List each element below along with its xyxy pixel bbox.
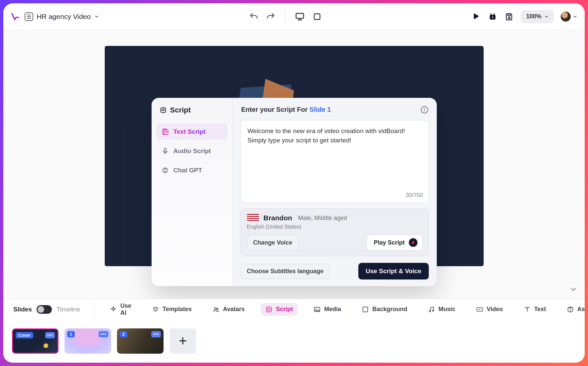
slide-badge: Cover: [16, 332, 33, 338]
svg-rect-5: [508, 14, 511, 15]
tool-script[interactable]: Script: [261, 303, 297, 316]
script-tool-icon: [265, 306, 273, 313]
menu-text-script[interactable]: Text Script: [156, 124, 228, 140]
export-video-button[interactable]: [488, 12, 498, 22]
svg-point-16: [316, 308, 317, 309]
tool-avatars[interactable]: Avatars: [208, 303, 249, 316]
info-icon[interactable]: !: [421, 106, 428, 113]
choose-subtitles-button[interactable]: Choose Subtitles language: [241, 264, 330, 279]
menu-chat-gpt[interactable]: Chat GPT: [156, 162, 228, 178]
canvas-area: Script Text Script Audio Script: [3, 30, 585, 299]
tool-music[interactable]: Music: [423, 303, 460, 316]
change-voice-button[interactable]: Change Voice: [247, 235, 299, 250]
topbar-left: HR agency Video: [11, 12, 99, 21]
voice-actions: Change Voice Play Script: [247, 235, 422, 251]
chevron-down-icon: [94, 14, 99, 19]
slides-timeline-toggle: Slides Timeline: [13, 299, 94, 319]
collapse-panel-button[interactable]: [569, 285, 577, 293]
use-script-voice-button[interactable]: Use Script & Voice: [358, 263, 429, 279]
add-slide-button[interactable]: +: [170, 328, 196, 354]
background-icon: [362, 306, 369, 313]
thumb-art: [44, 343, 48, 348]
svg-point-12: [214, 307, 216, 309]
voice-meta: Male, Middle aged: [298, 215, 347, 222]
tool-background[interactable]: Background: [357, 303, 412, 316]
tool-video[interactable]: Video: [471, 303, 508, 316]
slide-menu-icon[interactable]: •••: [99, 331, 108, 337]
slide-menu-icon[interactable]: •••: [151, 331, 161, 337]
project-selector[interactable]: HR agency Video: [25, 12, 99, 21]
slide-menu-icon[interactable]: •••: [45, 332, 55, 338]
slide-ref-link[interactable]: Slide 1: [309, 106, 331, 113]
tool-media[interactable]: Media: [309, 303, 346, 316]
play-button[interactable]: [471, 12, 481, 22]
svg-rect-3: [490, 13, 491, 15]
script-sidebar: Script Text Script Audio Script: [152, 98, 233, 286]
square-preview-button[interactable]: [312, 12, 322, 22]
svg-point-18: [429, 310, 431, 312]
voice-language: English (United States): [247, 224, 422, 230]
project-name: HR agency Video: [37, 13, 91, 21]
voice-name: Brandon: [264, 214, 292, 222]
topbar-right: 100%: [471, 10, 577, 23]
svg-point-6: [508, 17, 510, 18]
topbar: HR agency Video: [3, 3, 585, 30]
zoom-selector[interactable]: 100%: [521, 10, 554, 23]
slides-tray: Cover ••• 1 ••• 2 ••• +: [3, 319, 585, 363]
flag-us-icon: [247, 214, 259, 222]
voice-card: Brandon Male, Middle aged English (Unite…: [241, 208, 429, 256]
save-button[interactable]: [504, 12, 514, 22]
topbar-center: [104, 11, 466, 22]
slide-thumb-2[interactable]: 2 •••: [117, 328, 164, 354]
svg-rect-4: [494, 13, 495, 15]
script-editor: Enter your Script For Slide 1 ! 30/750 B…: [233, 98, 437, 286]
audio-script-icon: [162, 147, 169, 155]
view-toggle[interactable]: [37, 305, 52, 314]
svg-rect-0: [296, 13, 303, 18]
plus-icon: +: [179, 333, 187, 349]
chevron-down-icon: [544, 14, 549, 19]
script-icon: [160, 106, 167, 114]
tool-text[interactable]: Text: [519, 303, 551, 316]
tool-templates[interactable]: Templates: [147, 303, 196, 316]
slide-badge: 2: [120, 331, 127, 337]
script-editor-header: Enter your Script For Slide 1 !: [241, 104, 429, 115]
slide-thumb-cover[interactable]: Cover •••: [12, 328, 59, 354]
tool-use-ai[interactable]: Use AI: [105, 300, 136, 319]
app-shell: HR agency Video: [3, 3, 585, 363]
templates-icon: [152, 306, 159, 313]
slides-label: Slides: [13, 306, 32, 313]
divider: [285, 11, 286, 22]
undo-button[interactable]: [249, 12, 259, 22]
char-count: 30/750: [406, 192, 423, 199]
svg-rect-1: [314, 14, 320, 19]
chat-gpt-icon: [162, 167, 169, 174]
tool-assets[interactable]: Assets: [562, 303, 585, 316]
slide-thumb-1[interactable]: 1 •••: [64, 328, 111, 354]
redo-button[interactable]: [266, 12, 276, 22]
music-icon: [428, 306, 435, 313]
media-icon: [313, 306, 321, 313]
svg-rect-10: [164, 148, 166, 152]
script-footer: Choose Subtitles language Use Script & V…: [241, 263, 429, 279]
script-type-menu: Text Script Audio Script Chat GPT: [156, 124, 228, 178]
avatar: [561, 12, 571, 22]
account-menu[interactable]: [561, 12, 577, 22]
script-textarea[interactable]: [241, 120, 428, 187]
text-script-icon: [162, 128, 169, 135]
document-icon: [25, 12, 33, 21]
slide-badge: 1: [67, 331, 75, 337]
desktop-preview-button[interactable]: [295, 12, 305, 22]
video-icon: [476, 306, 483, 313]
svg-rect-17: [363, 307, 368, 312]
avatars-icon: [212, 306, 220, 313]
assets-icon: [567, 306, 574, 313]
play-icon: [409, 238, 417, 247]
script-prompt: Enter your Script For Slide 1: [241, 106, 331, 113]
svg-point-13: [216, 308, 218, 309]
script-panel-title: Script: [156, 103, 228, 124]
script-textarea-wrap: 30/750: [241, 120, 429, 203]
play-script-button[interactable]: Play Script: [367, 235, 422, 251]
menu-audio-script[interactable]: Audio Script: [156, 143, 228, 159]
tool-strip: Slides Timeline Use AI Templates Avatars…: [3, 299, 585, 319]
